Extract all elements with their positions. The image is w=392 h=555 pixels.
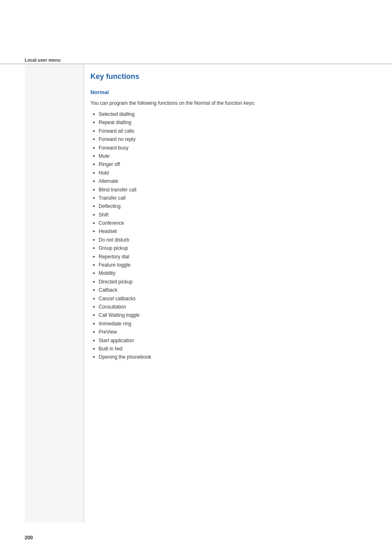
list-item: Feature toggle xyxy=(90,261,361,269)
page-number: 200 xyxy=(25,535,33,541)
list-item: Call Waiting toggle xyxy=(90,311,361,319)
left-sidebar xyxy=(25,64,84,522)
list-item: Forward busy xyxy=(90,144,361,152)
section-heading: Normal xyxy=(90,89,361,95)
list-item: Do not disturb xyxy=(90,236,361,244)
page-title: Key functions xyxy=(90,72,361,81)
list-item: Selected dialling xyxy=(90,110,361,118)
list-item: Mobility xyxy=(90,269,361,277)
list-item: Cancel callbacks xyxy=(90,295,361,303)
list-item: Headset xyxy=(90,227,361,235)
intro-text: You can program the following functions … xyxy=(90,99,361,107)
list-item: Ringer off xyxy=(90,160,361,168)
page-container: Local user menu Key functions Normal You… xyxy=(0,0,392,555)
bullet-list: Selected diallingRepeat diallingForward … xyxy=(90,110,361,362)
list-item: Opening the phonebook xyxy=(90,353,361,361)
list-item: Forward all calls xyxy=(90,127,361,135)
list-item: Callback xyxy=(90,286,361,294)
list-item: Alternate xyxy=(90,177,361,185)
list-item: Forward no reply xyxy=(90,135,361,143)
list-item: Consultation xyxy=(90,303,361,311)
list-item: Conference xyxy=(90,219,361,227)
list-item: Immediate ring xyxy=(90,320,361,328)
list-item: Repertory dial xyxy=(90,253,361,261)
list-item: Deflecting xyxy=(90,202,361,210)
list-item: Directed pickup xyxy=(90,278,361,286)
list-item: Hold xyxy=(90,169,361,177)
list-item: PreView xyxy=(90,328,361,336)
list-item: Shift xyxy=(90,211,361,219)
list-item: Transfer call xyxy=(90,194,361,202)
list-item: Blind transfer call xyxy=(90,186,361,194)
list-item: Group pickup xyxy=(90,244,361,252)
section-label: Local user menu xyxy=(25,58,60,62)
list-item: Start application xyxy=(90,336,361,345)
list-item: Built in fwd xyxy=(90,345,361,353)
list-item: Mute xyxy=(90,152,361,160)
main-content: Key functions Normal You can program the… xyxy=(86,64,367,370)
list-item: Repeat dialling xyxy=(90,118,361,127)
